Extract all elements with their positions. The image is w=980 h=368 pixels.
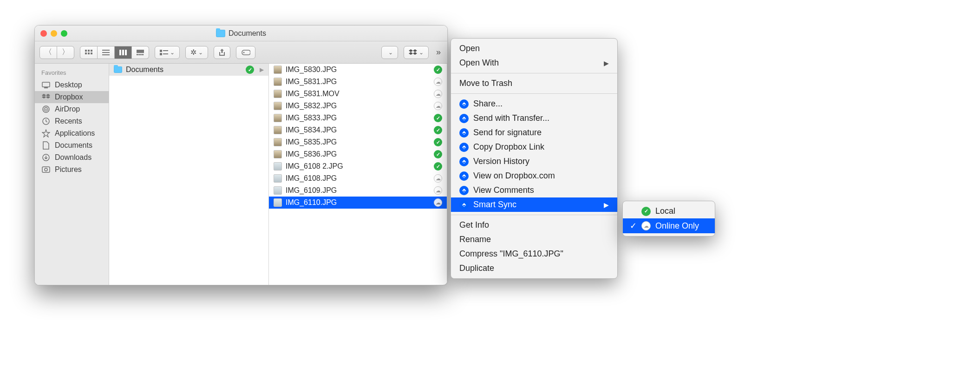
svg-rect-13 — [137, 54, 138, 55]
synced-icon: ✓ — [434, 114, 442, 122]
file-row[interactable]: IMG_5831.JPG☁ — [269, 76, 447, 88]
dropbox-icon: ⬘ — [459, 114, 469, 123]
file-thumbnail-icon — [274, 138, 282, 146]
sidebar-item-label: Dropbox — [55, 93, 83, 101]
sidebar-item-documents[interactable]: Documents — [35, 139, 109, 151]
svg-rect-7 — [102, 52, 110, 53]
forward-button[interactable]: 〉 — [57, 46, 74, 59]
file-row[interactable]: IMG_5834.JPG✓ — [269, 124, 447, 136]
cloud-icon: ☁ — [434, 186, 442, 195]
file-name: IMG_6110.JPG — [286, 198, 430, 207]
zoom-window-button[interactable] — [61, 30, 67, 37]
sidebar-item-downloads[interactable]: Downloads — [35, 151, 109, 164]
folder-name: Documents — [126, 66, 242, 74]
share-icon — [219, 49, 225, 56]
file-thumbnail-icon — [274, 174, 282, 183]
folder-row-documents[interactable]: Documents ✓ ▶ — [109, 64, 268, 76]
menu-send-transfer[interactable]: ⬘Send with Transfer... — [451, 111, 617, 125]
menu-open-with[interactable]: Open With▶ — [451, 56, 617, 70]
file-row[interactable]: IMG_5830.JPG✓ — [269, 64, 447, 76]
synced-icon: ✓ — [434, 150, 442, 158]
gallery-view-button[interactable] — [132, 46, 149, 59]
menu-compress[interactable]: Compress "IMG_6110.JPG" — [451, 247, 617, 261]
sidebar-item-desktop[interactable]: Desktop — [35, 79, 109, 91]
file-row[interactable]: IMG_5833.JPG✓ — [269, 112, 447, 124]
svg-rect-16 — [142, 54, 144, 55]
menu-version-history[interactable]: ⬘Version History — [451, 154, 617, 169]
menu-rename[interactable]: Rename — [451, 232, 617, 247]
recents-icon — [41, 117, 51, 125]
column-view-button[interactable] — [115, 46, 132, 59]
synced-icon: ✓ — [434, 126, 442, 134]
svg-rect-5 — [91, 53, 92, 54]
back-button[interactable]: 〈 — [39, 46, 57, 59]
file-row[interactable]: IMG_5835.JPG✓ — [269, 136, 447, 148]
sidebar-item-pictures[interactable]: Pictures — [35, 164, 109, 176]
sidebar-item-label: Pictures — [55, 165, 82, 174]
file-row[interactable]: IMG_6110.JPG☁ — [269, 197, 447, 209]
dropbox-icon: ⬘ — [459, 128, 469, 138]
dropdown-button[interactable]: ⌄ — [381, 46, 398, 59]
file-row[interactable]: IMG_5831.MOV☁ — [269, 88, 447, 100]
submenu-local[interactable]: ✓ Local — [623, 204, 715, 218]
share-button[interactable] — [214, 46, 230, 59]
group-button[interactable]: ⌄ — [155, 46, 180, 59]
file-thumbnail-icon — [274, 162, 282, 171]
file-row[interactable]: IMG_5832.JPG☁ — [269, 100, 447, 112]
window-controls — [40, 30, 67, 37]
file-row[interactable]: IMG_6109.JPG☁ — [269, 184, 447, 197]
menu-smart-sync[interactable]: ⬘Smart Sync▶ — [451, 197, 617, 212]
menu-move-to-trash[interactable]: Move to Trash — [451, 76, 617, 91]
menu-view-web[interactable]: ⬘View on Dropbox.com — [451, 169, 617, 183]
dropbox-icon — [41, 94, 51, 100]
overflow-button[interactable]: » — [434, 47, 443, 57]
documents-icon — [41, 141, 51, 150]
file-thumbnail-icon — [274, 150, 282, 158]
menu-divider — [451, 73, 617, 73]
file-name: IMG_5834.JPG — [286, 126, 430, 134]
svg-rect-8 — [102, 54, 110, 55]
sidebar-item-applications[interactable]: Applications — [35, 127, 109, 139]
svg-rect-1 — [88, 50, 90, 52]
submenu-online-only[interactable]: ✓ ☁ Online Only — [623, 218, 715, 233]
icon-view-button[interactable] — [80, 46, 98, 59]
tags-button[interactable] — [236, 46, 255, 59]
svg-rect-19 — [163, 50, 168, 51]
file-thumbnail-icon — [274, 126, 282, 134]
file-name: IMG_5831.JPG — [286, 78, 430, 86]
file-row[interactable]: IMG_5836.JPG✓ — [269, 148, 447, 160]
titlebar: Documents — [35, 26, 447, 41]
action-button[interactable]: ✲⌄ — [185, 46, 208, 59]
menu-open[interactable]: Open — [451, 41, 617, 56]
sidebar-item-label: Recents — [55, 117, 82, 125]
dropbox-toolbar-button[interactable]: ⌄ — [404, 46, 429, 59]
menu-share[interactable]: ⬘Share... — [451, 97, 617, 111]
applications-icon — [41, 129, 51, 138]
sidebar-item-recents[interactable]: Recents — [35, 115, 109, 127]
sidebar-item-dropbox[interactable]: Dropbox — [35, 91, 109, 103]
file-name: IMG_6109.JPG — [286, 186, 430, 195]
menu-copy-link[interactable]: ⬘Copy Dropbox Link — [451, 140, 617, 154]
synced-icon: ✓ — [434, 66, 442, 74]
file-row[interactable]: IMG_6108 2.JPG✓ — [269, 160, 447, 172]
menu-get-info[interactable]: Get Info — [451, 218, 617, 232]
check-icon: ✓ — [629, 221, 637, 231]
sidebar-item-airdrop[interactable]: AirDrop — [35, 103, 109, 115]
window-title: Documents — [35, 29, 447, 38]
sidebar-item-label: Applications — [55, 129, 95, 138]
dropbox-icon: ⬘ — [459, 200, 469, 210]
menu-duplicate[interactable]: Duplicate — [451, 261, 617, 276]
list-view-button[interactable] — [98, 46, 115, 59]
file-name: IMG_5832.JPG — [286, 102, 430, 110]
svg-rect-6 — [102, 50, 110, 51]
airdrop-icon — [41, 105, 51, 113]
minimize-window-button[interactable] — [51, 30, 57, 37]
cloud-icon: ☁ — [434, 90, 442, 98]
menu-view-comments[interactable]: ⬘View Comments — [451, 183, 617, 197]
svg-rect-0 — [85, 50, 87, 52]
close-window-button[interactable] — [40, 30, 47, 37]
column-2: IMG_5830.JPG✓IMG_5831.JPG☁IMG_5831.MOV☁I… — [269, 64, 447, 285]
file-row[interactable]: IMG_6108.JPG☁ — [269, 172, 447, 184]
menu-send-signature[interactable]: ⬘Send for signature — [451, 125, 617, 140]
synced-icon: ✓ — [641, 207, 651, 216]
